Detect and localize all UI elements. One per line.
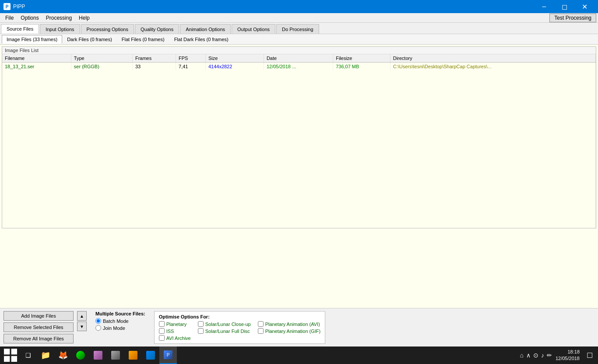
- multiple-source-section: Multiple Source Files: Batch Mode Join M…: [95, 311, 145, 332]
- test-processing-button[interactable]: Test Processing: [549, 14, 596, 22]
- opt-planetary-avi-checkbox[interactable]: [258, 321, 264, 327]
- tab-output-options[interactable]: Output Options: [232, 24, 275, 34]
- opt-solar-full: Solar/Lunar Full Disc: [198, 328, 251, 334]
- multiple-source-title: Multiple Source Files:: [95, 311, 145, 316]
- opt-planetary-gif-checkbox[interactable]: [258, 328, 264, 334]
- col-size: Size: [205, 54, 264, 63]
- subtab-flat-files[interactable]: Flat Files (0 frames): [117, 35, 169, 44]
- opt-avi-archive-checkbox[interactable]: [159, 335, 165, 341]
- arrow-buttons: ▲ ▼: [77, 311, 87, 331]
- subtab-dark-files[interactable]: Dark Files (0 frames): [62, 35, 117, 44]
- menu-help[interactable]: Help: [75, 14, 93, 22]
- cell-filename: 18_13_21.ser: [2, 63, 71, 71]
- add-image-files-button[interactable]: Add Image Files: [4, 311, 74, 321]
- close-button[interactable]: ✕: [574, 0, 594, 13]
- subtab-flat-dark-files[interactable]: Flat Dark Files (0 frames): [169, 35, 233, 44]
- file-action-area: Add Image Files Remove Selected Files Re…: [4, 311, 87, 343]
- optimise-section: Optimise Options For: Planetary Solar/Lu…: [154, 311, 326, 344]
- batch-mode-label: Batch Mode: [103, 318, 129, 324]
- cell-frames: 33: [132, 63, 176, 71]
- opt-planetary-gif: Planetary Animation (GIF): [258, 328, 321, 334]
- optimise-title: Optimise Options For:: [159, 314, 321, 319]
- tab-processing-options[interactable]: Processing Options: [81, 24, 134, 34]
- opt-planetary-gif-label: Planetary Animation (GIF): [265, 329, 321, 334]
- col-filesize: Filesize: [333, 54, 390, 63]
- group-title: Image Files List: [2, 47, 596, 54]
- optimise-grid: Planetary Solar/Lunar Close-up Planetary…: [159, 321, 321, 341]
- opt-solar-full-checkbox[interactable]: [198, 328, 204, 334]
- table-row[interactable]: 18_13_21.ser ser (RGGB) 33 7,41 4144x282…: [2, 63, 596, 71]
- file-buttons: Add Image Files Remove Selected Files Re…: [4, 311, 74, 343]
- col-filename: Filename: [2, 54, 71, 63]
- opt-planetary-avi: Planetary Animation (AVI): [258, 321, 321, 327]
- content-area: Image Files (33 frames) Dark Files (0 fr…: [0, 34, 598, 346]
- join-mode-row: Join Mode: [95, 325, 145, 331]
- opt-planetary-checkbox[interactable]: [159, 321, 165, 327]
- menu-file[interactable]: File: [2, 14, 17, 22]
- col-directory: Directory: [390, 54, 595, 63]
- tab-input-options[interactable]: Input Options: [40, 24, 80, 34]
- app-icon: P: [4, 3, 11, 10]
- opt-avi-archive: AVI Archive: [159, 335, 191, 341]
- cell-size: 4144x2822: [205, 63, 264, 71]
- opt-avi-archive-label: AVI Archive: [166, 336, 191, 341]
- menu-options[interactable]: Options: [17, 14, 42, 22]
- cell-directory: C:\Users\tesni\Desktop\SharpCap Captures…: [390, 63, 595, 71]
- opt-iss: ISS: [159, 328, 191, 334]
- opt-solar-full-label: Solar/Lunar Full Disc: [205, 329, 250, 334]
- col-frames: Frames: [132, 54, 176, 63]
- remove-all-files-button[interactable]: Remove All Image Files: [4, 334, 74, 343]
- tab-quality-options[interactable]: Quality Options: [135, 24, 179, 34]
- cell-filesize: 736,07 MB: [333, 63, 390, 71]
- tab-source-files[interactable]: Source Files: [1, 24, 39, 34]
- batch-mode-radio[interactable]: [95, 318, 101, 324]
- tab-animation-options[interactable]: Animation Options: [180, 24, 231, 34]
- opt-solar-closeup-checkbox[interactable]: [198, 321, 204, 327]
- col-date: Date: [264, 54, 333, 63]
- menu-bar: File Options Processing Help Test Proces…: [0, 13, 598, 23]
- move-down-button[interactable]: ▼: [77, 322, 87, 331]
- opt-planetary-avi-label: Planetary Animation (AVI): [265, 322, 320, 327]
- move-up-button[interactable]: ▲: [77, 311, 87, 321]
- tab-do-processing[interactable]: Do Processing: [276, 24, 319, 34]
- batch-mode-row: Batch Mode: [95, 318, 145, 324]
- subtab-bar: Image Files (33 frames) Dark Files (0 fr…: [0, 34, 598, 45]
- bottom-bar: Add Image Files Remove Selected Files Re…: [0, 308, 598, 346]
- opt-solar-closeup-label: Solar/Lunar Close-up: [205, 322, 251, 327]
- title-bar: P PIPP – ◻ ✕: [0, 0, 598, 13]
- join-mode-radio[interactable]: [95, 325, 101, 331]
- remove-selected-files-button[interactable]: Remove Selected Files: [4, 322, 74, 332]
- menu-processing[interactable]: Processing: [42, 14, 75, 22]
- opt-solar-closeup: Solar/Lunar Close-up: [198, 321, 251, 327]
- col-type: Type: [71, 54, 132, 63]
- cell-fps: 7,41: [176, 63, 206, 71]
- opt-iss-checkbox[interactable]: [159, 328, 165, 334]
- opt-planetary: Planetary: [159, 321, 191, 327]
- join-mode-label: Join Mode: [103, 326, 125, 331]
- minimize-button[interactable]: –: [534, 0, 554, 13]
- col-fps: FPS: [176, 54, 206, 63]
- app-title: PIPP: [13, 4, 534, 10]
- main-tab-bar: Source Files Input Options Processing Op…: [0, 23, 598, 34]
- maximize-button[interactable]: ◻: [554, 0, 574, 13]
- image-files-group: Image Files List Filename Type Frames FP…: [2, 46, 596, 228]
- window-controls: – ◻ ✕: [534, 0, 594, 13]
- file-area: Image Files List Filename Type Frames FP…: [0, 45, 598, 308]
- cell-date: 12/05/2018 ...: [264, 63, 333, 71]
- file-table: Filename Type Frames FPS Size Date Files…: [2, 54, 596, 228]
- opt-planetary-label: Planetary: [166, 322, 186, 327]
- cell-type: ser (RGGB): [71, 63, 132, 71]
- subtab-image-files[interactable]: Image Files (33 frames): [2, 35, 62, 44]
- opt-iss-label: ISS: [166, 329, 174, 334]
